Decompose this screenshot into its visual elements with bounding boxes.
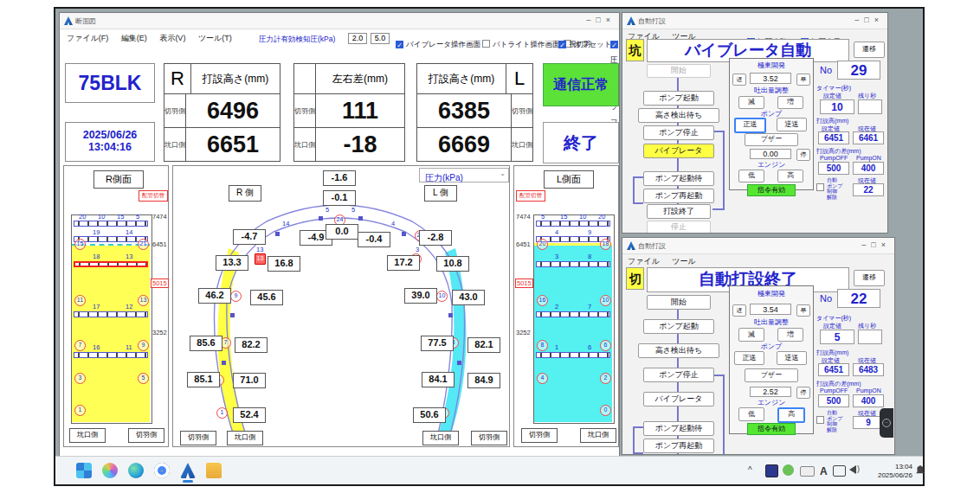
transfer-button[interactable]: 遷移 (854, 42, 885, 58)
unit-selector-dropdown[interactable]: 圧力(kPa) ⌄ (419, 168, 509, 182)
block-id: 75BLK (66, 64, 154, 102)
maximize-icon[interactable]: □ (864, 16, 874, 24)
step-vibrator[interactable]: バイブレータ (643, 392, 714, 407)
tray-defender-icon[interactable] (783, 464, 794, 476)
exit-button[interactable]: 終了 (543, 122, 619, 163)
discharge-dec-button[interactable]: 減 (738, 96, 764, 109)
copilot-icon[interactable] (102, 463, 118, 478)
step-stop[interactable]: 停止 (647, 221, 711, 234)
step-pump-start-wait[interactable]: ポンプ起動待 (643, 421, 714, 436)
menu-tools[interactable]: ツール (672, 256, 695, 267)
pumpoff-value[interactable]: 500 (818, 394, 849, 407)
transfer-button[interactable]: 遷移 (854, 270, 885, 286)
menu-file[interactable]: ファイル (628, 256, 660, 267)
hidden-panel-handle[interactable]: – (880, 408, 893, 438)
threshold-high-input[interactable]: 5.0 (371, 33, 390, 44)
auto-pump-release-checkbox[interactable] (816, 416, 824, 424)
step-start[interactable]: 開始 (647, 295, 711, 310)
minimize-icon[interactable]: – (586, 16, 596, 24)
engine-high-button[interactable]: 高 (777, 170, 803, 182)
minimize-icon[interactable]: – (854, 16, 864, 24)
speed-slow-button[interactable]: 遅 (732, 304, 746, 317)
step-height-wait[interactable]: 高さ検出待ち (638, 343, 719, 358)
step-pump-start-wait[interactable]: ポンプ起動待 (643, 171, 714, 186)
active-app-icon[interactable] (180, 463, 196, 478)
elevation-label-alert: 5015 (151, 279, 169, 288)
engine-low-button[interactable]: 低 (738, 170, 764, 182)
step-cast-end[interactable]: 打設終了 (647, 204, 711, 219)
step-pump-restart[interactable]: ポンプ再起動 (643, 439, 714, 453)
tray-app-icon[interactable] (765, 464, 778, 477)
notification-bell-icon[interactable] (916, 465, 925, 475)
discharge-dec-button[interactable]: 減 (738, 328, 764, 342)
pump-forward-button[interactable]: 正送 (734, 351, 764, 365)
speed-fast-button[interactable]: 早 (796, 74, 810, 86)
maximize-icon[interactable]: □ (596, 16, 605, 24)
vib-titlebar[interactable]: 自動打設 –□× (622, 13, 887, 29)
pump-forward-button[interactable]: 正送 (734, 118, 766, 133)
step-pump-restart[interactable]: ポンプ再起動 (643, 189, 714, 203)
buzzer-button[interactable]: ブザー (745, 368, 798, 382)
checkbox-checked-icon: ✓ (558, 41, 566, 48)
sensor-circle: 11 (74, 295, 86, 306)
engine-high-button[interactable]: 高 (777, 407, 805, 423)
close-icon[interactable]: × (874, 16, 884, 24)
discharge-inc-button[interactable]: 増 (777, 328, 803, 342)
step-pump-start[interactable]: ポンプ起動 (643, 91, 714, 106)
discharge-inc-button[interactable]: 増 (777, 96, 803, 109)
pumpon-value[interactable]: 400 (853, 162, 884, 175)
edge-icon[interactable] (128, 463, 144, 478)
start-button[interactable] (76, 463, 92, 478)
checkbox-vibrator-screen[interactable]: ✓バイブレータ操作画面 (396, 35, 480, 50)
step-cast-end[interactable]: 打設終了 (647, 454, 711, 455)
pumpon-value[interactable]: 400 (853, 394, 884, 407)
engine-timer-stop-button[interactable]: 停 (796, 387, 810, 399)
menu-tools[interactable]: ツール(T) (198, 33, 232, 44)
end-titlebar[interactable]: 自動打設 –□× (622, 238, 894, 254)
timer-set-value[interactable]: 10 (820, 99, 854, 114)
maximize-icon[interactable]: □ (871, 240, 880, 249)
menu-file[interactable]: ファイル(F) (67, 33, 108, 44)
speed-fast-button[interactable]: 早 (796, 304, 810, 317)
timer-set-value[interactable]: 5 (820, 330, 854, 344)
tray-keyboard-icon[interactable] (800, 466, 815, 477)
speed-slow-button[interactable]: 遅 (732, 74, 746, 86)
minimize-icon[interactable]: – (861, 240, 871, 249)
explorer-icon[interactable] (206, 463, 222, 478)
tray-speaker-icon[interactable] (849, 465, 856, 474)
close-icon[interactable]: × (606, 16, 616, 24)
threshold-low-input[interactable]: 2.0 (348, 33, 367, 44)
tray-ime-icon[interactable]: A (820, 465, 828, 477)
checkbox-view-face[interactable]: ✓視切羽 (558, 35, 591, 50)
checkbox-patlite-screen[interactable]: パトライト操作画面 (482, 35, 560, 50)
pump-reverse-button[interactable]: 逆送 (777, 351, 807, 365)
pumpoff-value[interactable]: 500 (818, 162, 849, 175)
main-titlebar[interactable]: 断面図 –□× (60, 13, 619, 29)
step-vibrator[interactable]: バイブレータ (643, 144, 714, 158)
command-enabled-button[interactable]: 指令有効 (747, 423, 796, 435)
step-pump-stop[interactable]: ポンプ停止 (643, 368, 714, 382)
bar-number: 10 (579, 213, 586, 221)
height-set-value[interactable]: 6451 (818, 131, 849, 144)
close-icon[interactable]: × (881, 240, 891, 249)
tray-chevron-icon[interactable]: ^ (748, 465, 752, 475)
taskbar-clock[interactable]: 13:04 2025/06/26 (867, 463, 912, 480)
no-label: No (820, 65, 832, 75)
menu-view[interactable]: 表示(V) (159, 33, 185, 44)
engine-label: エンジン (730, 398, 813, 407)
menu-edit[interactable]: 編集(E) (121, 33, 147, 44)
chrome-icon[interactable] (154, 463, 170, 478)
pump-reverse-button[interactable]: 逆送 (777, 118, 807, 131)
auto-pump-release-checkbox[interactable] (816, 183, 824, 191)
height-set-value[interactable]: 6451 (818, 363, 849, 376)
engine-timer-stop-button[interactable]: 停 (796, 149, 810, 161)
engine-low-button[interactable]: 低 (738, 407, 764, 421)
command-enabled-button[interactable]: 指令有効 (747, 184, 796, 196)
pressure-value: 39.0 (404, 288, 437, 304)
step-pump-start[interactable]: ポンプ起動 (643, 319, 714, 334)
step-height-wait[interactable]: 高さ検出待ち (638, 108, 719, 123)
buzzer-button[interactable]: ブザー (745, 133, 798, 146)
tray-display-icon[interactable] (833, 465, 846, 477)
step-start[interactable]: 開始 (647, 64, 711, 78)
step-pump-stop[interactable]: ポンプ停止 (643, 125, 714, 140)
